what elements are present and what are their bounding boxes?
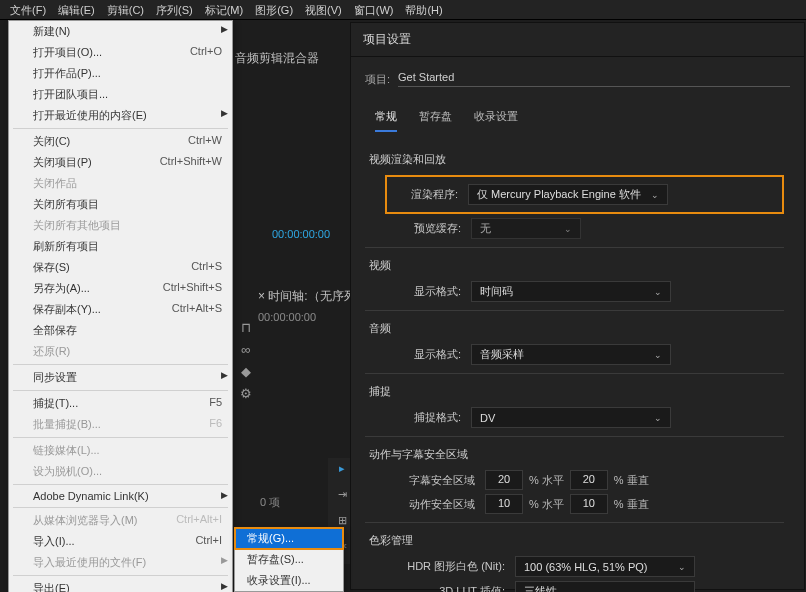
submenu-arrow-icon: ▶ bbox=[221, 108, 228, 118]
menu-shortcut: F5 bbox=[209, 396, 222, 411]
settings-icon[interactable]: ⚙ bbox=[238, 386, 254, 402]
project-label: 项目: bbox=[365, 72, 390, 87]
file-menu-item[interactable]: 打开作品(P)... bbox=[9, 63, 232, 84]
section-video-render: 视频渲染和回放 bbox=[369, 152, 784, 167]
file-menu-item[interactable]: 新建(N)▶ bbox=[9, 21, 232, 42]
menu-item-label: 捕捉(T)... bbox=[33, 396, 78, 411]
menu-item-label: 保存(S) bbox=[33, 260, 70, 275]
submenu-item[interactable]: 收录设置(I)... bbox=[235, 570, 343, 591]
file-menu-item: 还原(R) bbox=[9, 341, 232, 362]
menu-top-item[interactable]: 序列(S) bbox=[150, 0, 199, 19]
video-display-select[interactable]: 时间码 ⌄ bbox=[471, 281, 671, 302]
file-menu-item[interactable]: 打开项目(O)...Ctrl+O bbox=[9, 42, 232, 63]
menu-separator bbox=[13, 484, 228, 485]
preview-cache-value: 无 bbox=[480, 221, 491, 236]
menu-top-item[interactable]: 剪辑(C) bbox=[101, 0, 150, 19]
file-menu-item[interactable]: 导入(I)...Ctrl+I bbox=[9, 531, 232, 552]
menu-shortcut: Ctrl+Alt+S bbox=[172, 302, 222, 317]
capture-format-value: DV bbox=[480, 412, 495, 424]
selection-tool-icon[interactable]: ▸ bbox=[332, 462, 352, 482]
preview-cache-select[interactable]: 无 ⌄ bbox=[471, 218, 581, 239]
video-display-label: 显示格式: bbox=[395, 284, 461, 299]
menu-separator bbox=[13, 128, 228, 129]
menu-item-label: 打开最近使用的内容(E) bbox=[33, 108, 147, 123]
capture-format-select[interactable]: DV ⌄ bbox=[471, 407, 671, 428]
action-safe-v-input[interactable]: 10 bbox=[570, 494, 608, 514]
chevron-down-icon: ⌄ bbox=[564, 224, 572, 234]
menu-item-label: 导出(E) bbox=[33, 581, 70, 592]
tab-scratch-disks[interactable]: 暂存盘 bbox=[419, 109, 452, 132]
submenu-item[interactable]: 常规(G)... bbox=[235, 528, 343, 549]
menu-top-item[interactable]: 文件(F) bbox=[4, 0, 52, 19]
video-display-value: 时间码 bbox=[480, 284, 513, 299]
menu-item-label: 关闭所有其他项目 bbox=[33, 218, 121, 233]
chevron-down-icon: ⌄ bbox=[678, 562, 686, 572]
marker-icon[interactable]: ◆ bbox=[238, 364, 254, 380]
section-color: 色彩管理 bbox=[369, 533, 784, 548]
title-safe-v-input[interactable]: 20 bbox=[570, 470, 608, 490]
dialog-title: 项目设置 bbox=[351, 23, 804, 57]
title-safe-label: 字幕安全区域 bbox=[395, 473, 475, 488]
menu-item-label: 打开作品(P)... bbox=[33, 66, 101, 81]
tab-general[interactable]: 常规 bbox=[375, 109, 397, 132]
menu-item-label: 关闭(C) bbox=[33, 134, 70, 149]
menu-top-item[interactable]: 帮助(H) bbox=[399, 0, 448, 19]
chevron-down-icon: ⌄ bbox=[678, 587, 686, 593]
menu-shortcut: Ctrl+I bbox=[195, 534, 222, 549]
file-menu-dropdown: 新建(N)▶打开项目(O)...Ctrl+O打开作品(P)...打开团队项目..… bbox=[8, 20, 233, 592]
lut-interp-label: 3D LUT 插值: bbox=[395, 584, 505, 592]
renderer-select[interactable]: 仅 Mercury Playback Engine 软件 ⌄ bbox=[468, 184, 668, 205]
menu-item-label: 打开团队项目... bbox=[33, 87, 108, 102]
file-menu-item[interactable]: 刷新所有项目 bbox=[9, 236, 232, 257]
submenu-arrow-icon: ▶ bbox=[221, 24, 228, 34]
file-menu-item[interactable]: 保存(S)Ctrl+S bbox=[9, 257, 232, 278]
renderer-label: 渲染程序: bbox=[400, 187, 458, 202]
link-icon[interactable]: ∞ bbox=[238, 342, 254, 358]
menu-top-item[interactable]: 图形(G) bbox=[249, 0, 299, 19]
chevron-down-icon: ⌄ bbox=[654, 413, 662, 423]
lut-interp-select[interactable]: 三线性 ⌄ bbox=[515, 581, 695, 592]
file-menu-item[interactable]: 保存副本(Y)...Ctrl+Alt+S bbox=[9, 299, 232, 320]
file-menu-item[interactable]: 打开团队项目... bbox=[9, 84, 232, 105]
audio-mixer-panel-title: 音频剪辑混合器 bbox=[235, 50, 319, 67]
hdr-white-label: HDR 图形白色 (Nit): bbox=[395, 559, 505, 574]
file-menu-item[interactable]: Adobe Dynamic Link(K)▶ bbox=[9, 487, 232, 505]
file-menu-item[interactable]: 打开最近使用的内容(E)▶ bbox=[9, 105, 232, 126]
file-menu-item[interactable]: 关闭所有项目 bbox=[9, 194, 232, 215]
project-name-field[interactable]: Get Started bbox=[398, 71, 790, 87]
file-menu-item: 关闭作品 bbox=[9, 173, 232, 194]
snap-icon[interactable]: ⊓ bbox=[238, 320, 254, 336]
menu-top-item[interactable]: 视图(V) bbox=[299, 0, 348, 19]
file-menu-item[interactable]: 同步设置▶ bbox=[9, 367, 232, 388]
menu-item-label: 关闭项目(P) bbox=[33, 155, 92, 170]
tab-ingest[interactable]: 收录设置 bbox=[474, 109, 518, 132]
track-select-icon[interactable]: ⇥ bbox=[332, 488, 352, 508]
file-menu-item[interactable]: 导出(E)▶ bbox=[9, 578, 232, 592]
file-menu-item[interactable]: 另存为(A)...Ctrl+Shift+S bbox=[9, 278, 232, 299]
title-safe-h-input[interactable]: 20 bbox=[485, 470, 523, 490]
pct-v-label-2: % 垂直 bbox=[614, 497, 649, 512]
file-menu-item[interactable]: 捕捉(T)...F5 bbox=[9, 393, 232, 414]
menu-top-item[interactable]: 标记(M) bbox=[199, 0, 250, 19]
dialog-tabs: 常规 暂存盘 收录设置 bbox=[375, 109, 790, 132]
file-menu-item[interactable]: 关闭(C)Ctrl+W bbox=[9, 131, 232, 152]
menu-top-item[interactable]: 编辑(E) bbox=[52, 0, 101, 19]
menu-item-label: 还原(R) bbox=[33, 344, 70, 359]
audio-display-select[interactable]: 音频采样 ⌄ bbox=[471, 344, 671, 365]
menu-item-label: 刷新所有项目 bbox=[33, 239, 99, 254]
pct-v-label: % 垂直 bbox=[614, 473, 649, 488]
menu-item-label: 新建(N) bbox=[33, 24, 70, 39]
menu-top-item[interactable]: 窗口(W) bbox=[348, 0, 400, 19]
menu-separator bbox=[13, 390, 228, 391]
file-menu-item[interactable]: 关闭项目(P)Ctrl+Shift+W bbox=[9, 152, 232, 173]
submenu-item[interactable]: 暂存盘(S)... bbox=[235, 549, 343, 570]
submenu-arrow-icon: ▶ bbox=[221, 370, 228, 380]
menu-shortcut: Ctrl+W bbox=[188, 134, 222, 149]
menu-separator bbox=[13, 575, 228, 576]
pct-h-label: % 水平 bbox=[529, 473, 564, 488]
action-safe-h-input[interactable]: 10 bbox=[485, 494, 523, 514]
source-timecode: 00:00:00:00 bbox=[272, 228, 330, 240]
file-menu-item[interactable]: 全部保存 bbox=[9, 320, 232, 341]
menu-item-label: 同步设置 bbox=[33, 370, 77, 385]
hdr-white-select[interactable]: 100 (63% HLG, 51% PQ) ⌄ bbox=[515, 556, 695, 577]
